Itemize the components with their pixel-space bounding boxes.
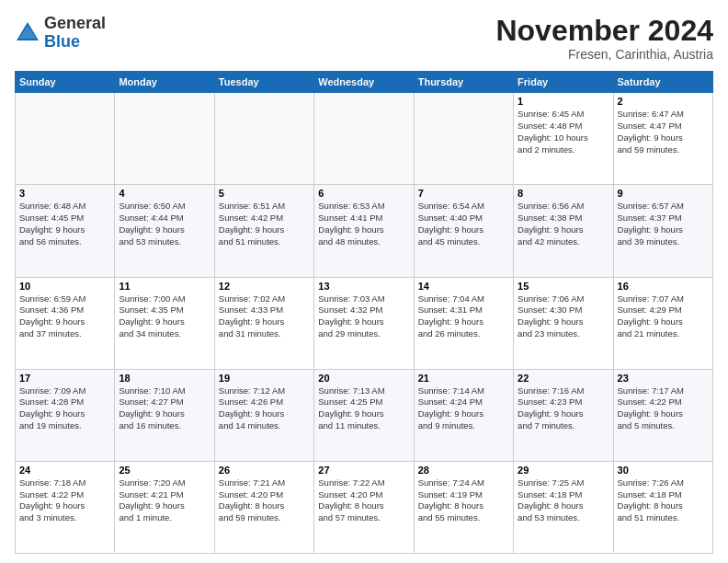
col-monday: Monday (115, 72, 214, 93)
day-number: 6 (318, 188, 409, 199)
table-row: 17Sunrise: 7:09 AMSunset: 4:28 PMDayligh… (16, 369, 115, 461)
day-info: Sunrise: 6:48 AMSunset: 4:45 PMDaylight:… (19, 201, 110, 247)
calendar-week-2: 3Sunrise: 6:48 AMSunset: 4:45 PMDaylight… (16, 185, 713, 277)
day-number: 4 (119, 188, 210, 199)
calendar-week-4: 17Sunrise: 7:09 AMSunset: 4:28 PMDayligh… (16, 369, 713, 461)
day-info: Sunrise: 7:09 AMSunset: 4:28 PMDaylight:… (19, 385, 110, 432)
day-number: 9 (618, 188, 709, 199)
day-number: 22 (518, 373, 609, 384)
day-number: 27 (318, 465, 409, 476)
table-row (214, 93, 313, 185)
table-row: 18Sunrise: 7:10 AMSunset: 4:27 PMDayligh… (115, 369, 214, 461)
title-block: November 2024 Fresen, Carinthia, Austria (495, 15, 713, 62)
table-row: 19Sunrise: 7:12 AMSunset: 4:26 PMDayligh… (214, 369, 313, 461)
day-number: 13 (318, 281, 409, 292)
day-number: 25 (119, 465, 210, 476)
table-row: 25Sunrise: 7:20 AMSunset: 4:21 PMDayligh… (115, 461, 214, 553)
calendar-table: Sunday Monday Tuesday Wednesday Thursday… (15, 71, 713, 554)
table-row: 10Sunrise: 6:59 AMSunset: 4:36 PMDayligh… (16, 277, 115, 369)
calendar-header-row: Sunday Monday Tuesday Wednesday Thursday… (16, 72, 713, 93)
table-row: 13Sunrise: 7:03 AMSunset: 4:32 PMDayligh… (314, 277, 414, 369)
day-info: Sunrise: 7:24 AMSunset: 4:19 PMDaylight:… (418, 477, 509, 524)
day-number: 12 (219, 281, 310, 292)
table-row: 3Sunrise: 6:48 AMSunset: 4:45 PMDaylight… (16, 185, 115, 277)
table-row: 23Sunrise: 7:17 AMSunset: 4:22 PMDayligh… (613, 369, 712, 461)
table-row: 6Sunrise: 6:53 AMSunset: 4:41 PMDaylight… (314, 185, 414, 277)
day-number: 16 (618, 281, 709, 292)
table-row: 22Sunrise: 7:16 AMSunset: 4:23 PMDayligh… (514, 369, 613, 461)
day-info: Sunrise: 7:25 AMSunset: 4:18 PMDaylight:… (518, 477, 609, 524)
table-row: 20Sunrise: 7:13 AMSunset: 4:25 PMDayligh… (314, 369, 414, 461)
day-info: Sunrise: 7:21 AMSunset: 4:20 PMDaylight:… (219, 477, 310, 524)
header: General Blue November 2024 Fresen, Carin… (15, 15, 713, 62)
table-row: 2Sunrise: 6:47 AMSunset: 4:47 PMDaylight… (613, 93, 712, 185)
day-info: Sunrise: 7:03 AMSunset: 4:32 PMDaylight:… (318, 293, 409, 340)
col-thursday: Thursday (414, 72, 513, 93)
day-number: 21 (418, 373, 509, 384)
day-info: Sunrise: 7:02 AMSunset: 4:33 PMDaylight:… (219, 293, 310, 340)
col-wednesday: Wednesday (314, 72, 414, 93)
day-info: Sunrise: 7:22 AMSunset: 4:20 PMDaylight:… (318, 477, 409, 524)
day-info: Sunrise: 7:06 AMSunset: 4:30 PMDaylight:… (518, 293, 609, 340)
day-info: Sunrise: 7:20 AMSunset: 4:21 PMDaylight:… (119, 477, 210, 524)
table-row (16, 93, 115, 185)
day-number: 18 (119, 373, 210, 384)
day-info: Sunrise: 6:45 AMSunset: 4:48 PMDaylight:… (518, 109, 609, 155)
day-info: Sunrise: 7:17 AMSunset: 4:22 PMDaylight:… (618, 385, 709, 432)
day-info: Sunrise: 6:51 AMSunset: 4:42 PMDaylight:… (219, 201, 310, 247)
day-number: 3 (19, 188, 110, 199)
day-number: 11 (119, 281, 210, 292)
day-number: 19 (219, 373, 310, 384)
day-number: 8 (518, 188, 609, 199)
logo-icon (15, 20, 40, 46)
calendar-week-1: 1Sunrise: 6:45 AMSunset: 4:48 PMDaylight… (16, 93, 713, 185)
table-row: 9Sunrise: 6:57 AMSunset: 4:37 PMDaylight… (613, 185, 712, 277)
table-row: 16Sunrise: 7:07 AMSunset: 4:29 PMDayligh… (613, 277, 712, 369)
table-row: 4Sunrise: 6:50 AMSunset: 4:44 PMDaylight… (115, 185, 214, 277)
day-number: 14 (418, 281, 509, 292)
day-info: Sunrise: 6:56 AMSunset: 4:38 PMDaylight:… (518, 201, 609, 247)
day-number: 24 (19, 465, 110, 476)
day-info: Sunrise: 7:00 AMSunset: 4:35 PMDaylight:… (119, 293, 210, 340)
table-row: 29Sunrise: 7:25 AMSunset: 4:18 PMDayligh… (514, 461, 613, 553)
col-saturday: Saturday (613, 72, 712, 93)
col-friday: Friday (514, 72, 613, 93)
day-info: Sunrise: 7:07 AMSunset: 4:29 PMDaylight:… (618, 293, 709, 340)
month-title: November 2024 (495, 15, 713, 47)
table-row: 30Sunrise: 7:26 AMSunset: 4:18 PMDayligh… (613, 461, 712, 553)
day-info: Sunrise: 6:53 AMSunset: 4:41 PMDaylight:… (318, 201, 409, 247)
day-number: 1 (518, 96, 609, 107)
day-number: 17 (19, 373, 110, 384)
day-number: 20 (318, 373, 409, 384)
day-number: 29 (518, 465, 609, 476)
day-number: 23 (618, 373, 709, 384)
table-row: 5Sunrise: 6:51 AMSunset: 4:42 PMDaylight… (214, 185, 313, 277)
col-tuesday: Tuesday (214, 72, 313, 93)
logo-general-text: General (44, 14, 106, 32)
page: General Blue November 2024 Fresen, Carin… (0, 0, 728, 563)
day-info: Sunrise: 7:18 AMSunset: 4:22 PMDaylight:… (19, 477, 110, 524)
day-number: 2 (618, 96, 709, 107)
table-row: 1Sunrise: 6:45 AMSunset: 4:48 PMDaylight… (514, 93, 613, 185)
location-subtitle: Fresen, Carinthia, Austria (495, 47, 713, 62)
calendar-week-3: 10Sunrise: 6:59 AMSunset: 4:36 PMDayligh… (16, 277, 713, 369)
day-info: Sunrise: 7:04 AMSunset: 4:31 PMDaylight:… (418, 293, 509, 340)
day-number: 15 (518, 281, 609, 292)
logo: General Blue (15, 15, 106, 52)
svg-marker-1 (18, 26, 37, 39)
day-number: 7 (418, 188, 509, 199)
table-row: 7Sunrise: 6:54 AMSunset: 4:40 PMDaylight… (414, 185, 513, 277)
day-info: Sunrise: 6:54 AMSunset: 4:40 PMDaylight:… (418, 201, 509, 247)
day-info: Sunrise: 6:50 AMSunset: 4:44 PMDaylight:… (119, 201, 210, 247)
table-row: 11Sunrise: 7:00 AMSunset: 4:35 PMDayligh… (115, 277, 214, 369)
day-info: Sunrise: 7:26 AMSunset: 4:18 PMDaylight:… (618, 477, 709, 524)
table-row: 21Sunrise: 7:14 AMSunset: 4:24 PMDayligh… (414, 369, 513, 461)
day-info: Sunrise: 7:10 AMSunset: 4:27 PMDaylight:… (119, 385, 210, 432)
day-info: Sunrise: 7:13 AMSunset: 4:25 PMDaylight:… (318, 385, 409, 432)
logo-blue-text: Blue (44, 32, 80, 51)
col-sunday: Sunday (16, 72, 115, 93)
day-number: 10 (19, 281, 110, 292)
table-row: 28Sunrise: 7:24 AMSunset: 4:19 PMDayligh… (414, 461, 513, 553)
calendar-week-5: 24Sunrise: 7:18 AMSunset: 4:22 PMDayligh… (16, 461, 713, 553)
day-number: 28 (418, 465, 509, 476)
